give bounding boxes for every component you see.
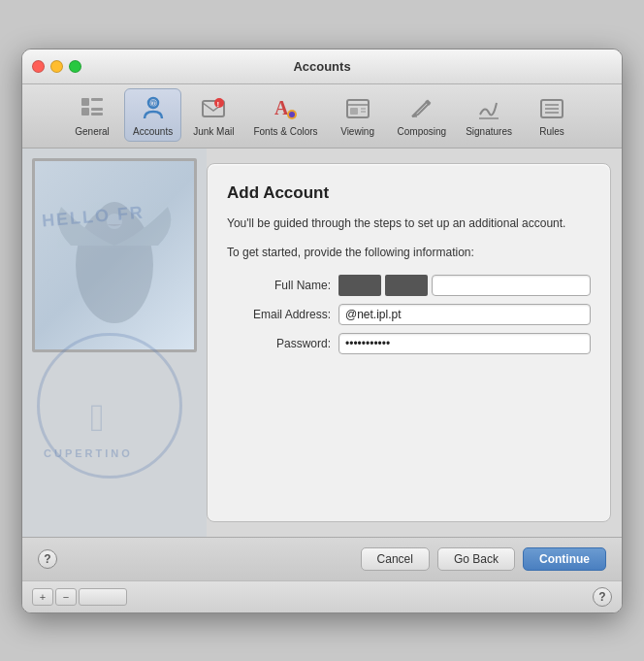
svg-rect-15 [350, 108, 358, 115]
svg-rect-1 [91, 98, 103, 101]
help-button[interactable]: ? [38, 549, 57, 569]
svg-text:A: A [274, 97, 289, 118]
email-address-label: Email Address: [227, 308, 338, 321]
password-input[interactable] [338, 333, 591, 354]
svg-text:!: ! [217, 99, 220, 108]
name-block-last [385, 275, 428, 296]
full-name-row: Full Name: [227, 275, 591, 296]
help-icon: ? [44, 552, 50, 566]
cancel-button[interactable]: Cancel [361, 547, 430, 571]
stamp-watermark [37, 333, 182, 479]
svg-text:@: @ [148, 98, 157, 108]
continue-button[interactable]: Continue [523, 547, 606, 571]
accounts-icon: @ [138, 93, 169, 124]
full-name-input[interactable] [432, 275, 591, 296]
rules-icon [536, 93, 567, 124]
toolbar-item-general[interactable]: General [64, 89, 120, 141]
stamp-area: HELLO FR  CUPERTINO [22, 149, 207, 537]
main-window: Accounts General @ [21, 49, 623, 613]
toolbar-label-junk-mail: Junk Mail [193, 126, 234, 137]
toolbar-item-signatures[interactable]: Signatures [458, 89, 520, 141]
name-block-first [338, 275, 381, 296]
dialog-prompt: To get started, provide the following in… [227, 246, 591, 259]
go-back-button[interactable]: Go Back [437, 547, 515, 571]
toolbar-item-accounts[interactable]: @ Accounts [124, 88, 181, 142]
remove-account-button[interactable]: − [55, 588, 77, 606]
toolbar-label-composing: Composing [398, 126, 447, 137]
minimize-button[interactable] [50, 60, 63, 73]
dialog-title: Add Account [227, 183, 591, 203]
general-icon [77, 93, 108, 124]
toolbar-item-viewing[interactable]: Viewing [330, 89, 386, 141]
titlebar: Accounts [22, 50, 622, 84]
email-address-input[interactable] [338, 304, 591, 325]
bottom-bar: ? Cancel Go Back Continue [22, 537, 622, 580]
full-name-label: Full Name: [227, 279, 338, 292]
svg-point-12 [289, 112, 295, 117]
fonts-colors-icon: A [270, 93, 301, 124]
footer-help-button[interactable]: ? [593, 587, 612, 607]
stamp-background [32, 158, 197, 352]
footer-add-remove: + − [32, 588, 127, 606]
toolbar-item-composing[interactable]: Composing [390, 89, 455, 141]
toolbar-label-general: General [75, 126, 110, 137]
window-controls [32, 60, 81, 73]
password-row: Password: [227, 333, 591, 354]
toolbar-item-rules[interactable]: Rules [524, 89, 580, 141]
action-buttons: Cancel Go Back Continue [361, 547, 606, 571]
dialog-panel: Add Account You'll be guided through the… [207, 163, 611, 522]
form-fields: Full Name: Email Address: Password: [227, 275, 591, 354]
svg-rect-4 [91, 113, 103, 116]
toolbar-label-accounts: Accounts [133, 126, 173, 137]
dialog-description: You'll be guided through the steps to se… [227, 215, 591, 232]
window-title: Accounts [293, 59, 350, 74]
add-account-button[interactable]: + [32, 588, 53, 606]
toolbar-label-rules: Rules [539, 126, 564, 137]
toolbar-item-junk-mail[interactable]: ! Junk Mail [185, 89, 242, 141]
junk-mail-icon: ! [198, 93, 229, 124]
signatures-icon [473, 93, 504, 124]
close-button[interactable] [32, 60, 45, 73]
svg-rect-0 [81, 98, 89, 106]
toolbar: General @ Accounts ! [22, 84, 622, 149]
composing-icon [406, 93, 437, 124]
toolbar-label-signatures: Signatures [466, 126, 512, 137]
svg-rect-2 [81, 108, 89, 116]
toolbar-label-fonts-colors: Fonts & Colors [253, 126, 317, 137]
maximize-button[interactable] [69, 60, 81, 73]
full-name-input-container [338, 275, 591, 296]
footer-toolbar: + − ? [22, 580, 622, 612]
svg-rect-3 [91, 108, 103, 111]
footer-help-icon: ? [598, 590, 605, 604]
password-label: Password: [227, 337, 338, 350]
main-content: HELLO FR  CUPERTINO Add Account You'll … [22, 149, 622, 537]
email-address-row: Email Address: [227, 304, 591, 325]
toolbar-item-fonts-colors[interactable]: A Fonts & Colors [245, 89, 325, 141]
toolbar-label-viewing: Viewing [340, 126, 374, 137]
viewing-icon [342, 93, 373, 124]
